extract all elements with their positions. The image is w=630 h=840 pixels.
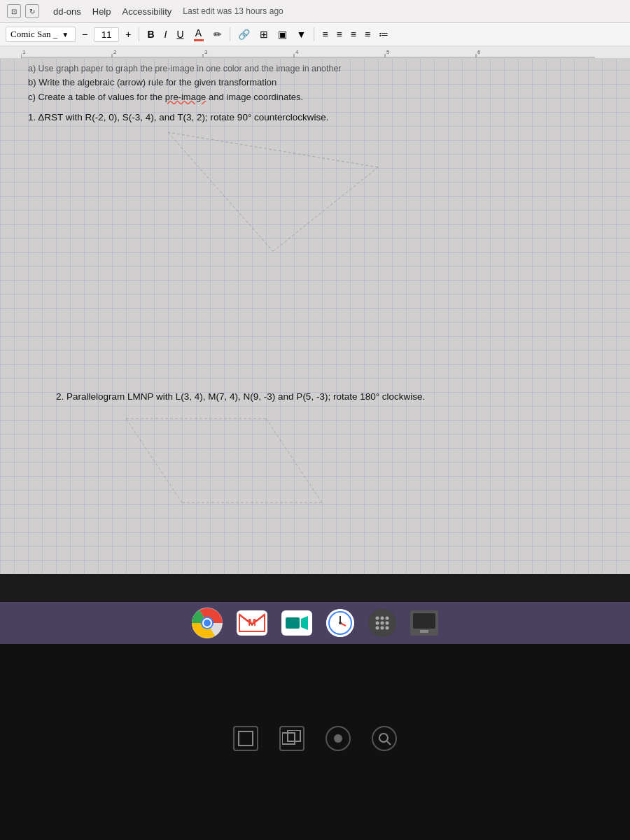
- svg-rect-47: [239, 732, 253, 746]
- color-bar: [194, 39, 204, 41]
- svg-text:2: 2: [113, 49, 117, 55]
- svg-point-37: [386, 617, 389, 620]
- align-right-button[interactable]: ≡: [347, 27, 360, 41]
- last-edit-text: Last edit was 13 hours ago: [183, 6, 283, 16]
- font-size-box[interactable]: 11: [94, 27, 119, 42]
- link-button[interactable]: 🔗: [234, 27, 253, 41]
- svg-point-41: [376, 626, 379, 630]
- svg-rect-46: [420, 630, 428, 633]
- svg-point-40: [386, 622, 389, 625]
- graph-area-2: [56, 405, 630, 517]
- italic-button[interactable]: I: [161, 27, 171, 41]
- svg-point-42: [381, 626, 384, 630]
- toolbar: Comic San _ ▼ − 11 + B I U A ✏ 🔗 ⊞ ▣ ▼ ≡…: [0, 23, 630, 46]
- pre-image-underline: pre-image: [165, 92, 206, 102]
- back-button[interactable]: ⊡: [7, 4, 21, 18]
- menu-bar: ⊡ ↻ dd-ons Help Accessibility Last edit …: [0, 0, 630, 23]
- circle-icon[interactable]: [326, 726, 351, 751]
- bottom-system-bar: [0, 721, 630, 756]
- bottom-black-area: [0, 644, 630, 840]
- font-size-decrease-button[interactable]: −: [78, 27, 91, 41]
- instruction-a: a) Use graph paper to graph the pre-imag…: [28, 62, 602, 76]
- align-buttons: ≡ ≡ ≡ ≡ ≔: [318, 27, 392, 41]
- svg-rect-45: [413, 613, 435, 629]
- font-color-letter: A: [195, 27, 202, 38]
- refresh-button[interactable]: ↻: [25, 4, 39, 18]
- font-dropdown-icon[interactable]: ▼: [62, 31, 69, 38]
- svg-text:1: 1: [22, 49, 26, 55]
- search-icon[interactable]: [372, 726, 397, 751]
- svg-text:4: 4: [295, 49, 299, 55]
- svg-line-13: [168, 132, 273, 251]
- svg-point-35: [376, 617, 379, 620]
- graph-area-1: [28, 125, 602, 265]
- font-selector[interactable]: Comic San _ ▼: [6, 27, 76, 42]
- underline-button[interactable]: U: [173, 27, 187, 41]
- svg-line-15: [168, 132, 378, 167]
- meet-icon[interactable]: [281, 610, 312, 636]
- comment-button[interactable]: ▣: [274, 27, 290, 41]
- calendar-icon[interactable]: [326, 609, 354, 637]
- font-size-increase-button[interactable]: +: [122, 27, 134, 41]
- instruction-b: b) Write the algebraic (arrow) rule for …: [28, 76, 602, 90]
- pencil-button[interactable]: ✏: [210, 27, 225, 41]
- svg-text:M: M: [248, 617, 256, 628]
- svg-point-39: [381, 622, 384, 625]
- nav-icons: ⊡ ↻: [7, 4, 39, 18]
- gmail-icon[interactable]: M: [237, 610, 267, 636]
- bold-button[interactable]: B: [144, 27, 158, 41]
- dropdown-button[interactable]: ▼: [293, 27, 310, 41]
- font-name-label: Comic San _: [10, 29, 57, 40]
- divider-3: [314, 27, 314, 41]
- square-icon[interactable]: [233, 726, 258, 751]
- align-left-button[interactable]: ≡: [318, 27, 331, 41]
- image-button[interactable]: ⊞: [256, 27, 272, 41]
- svg-rect-27: [286, 617, 300, 629]
- instructions-block: a) Use graph paper to graph the pre-imag…: [28, 62, 602, 105]
- align-center-button[interactable]: ≡: [333, 27, 346, 41]
- svg-point-36: [381, 617, 384, 620]
- svg-point-38: [376, 622, 379, 625]
- launcher-icon[interactable]: [368, 609, 396, 637]
- color-button[interactable]: A: [190, 26, 207, 43]
- divider-1: [139, 27, 139, 41]
- svg-text:6: 6: [477, 49, 481, 55]
- monitor-icon[interactable]: [410, 610, 438, 636]
- taskbar: M: [0, 602, 630, 644]
- svg-point-23: [204, 620, 211, 626]
- chrome-icon[interactable]: [192, 608, 223, 638]
- svg-text:3: 3: [204, 49, 208, 55]
- instruction-c: c) Create a table of values for the pre-…: [28, 90, 602, 105]
- problem-1-text: 1. ΔRST with R(-2, 0), S(-3, 4), and T(3…: [28, 112, 602, 122]
- align-justify-button[interactable]: ≡: [361, 27, 374, 41]
- svg-point-50: [379, 734, 388, 742]
- double-rect-icon[interactable]: [279, 726, 304, 751]
- font-size-value: 11: [102, 29, 111, 40]
- divider-2: [230, 27, 230, 41]
- ruler-svg: 1 2 3 4 5 6: [21, 47, 595, 58]
- color-indicator: A: [194, 27, 204, 41]
- svg-line-51: [387, 741, 391, 745]
- ruler: 1 2 3 4 5 6: [0, 46, 630, 59]
- svg-point-33: [339, 622, 342, 624]
- svg-line-19: [126, 419, 182, 503]
- menu-addons[interactable]: dd-ons: [53, 6, 81, 17]
- problem-2-text: 2. Parallelogram LMNP with L(3, 4), M(7,…: [56, 391, 602, 402]
- svg-point-43: [386, 626, 389, 630]
- circle-btn: [334, 734, 342, 743]
- menu-help[interactable]: Help: [92, 6, 111, 17]
- menu-accessibility[interactable]: Accessibility: [122, 6, 172, 17]
- document-area: ⊡ ↻ dd-ons Help Accessibility Last edit …: [0, 0, 630, 574]
- svg-text:5: 5: [386, 49, 390, 55]
- svg-line-14: [273, 167, 378, 251]
- doc-content: a) Use graph paper to graph the pre-imag…: [0, 59, 630, 517]
- svg-line-17: [266, 419, 322, 503]
- line-spacing-button[interactable]: ≔: [375, 27, 392, 41]
